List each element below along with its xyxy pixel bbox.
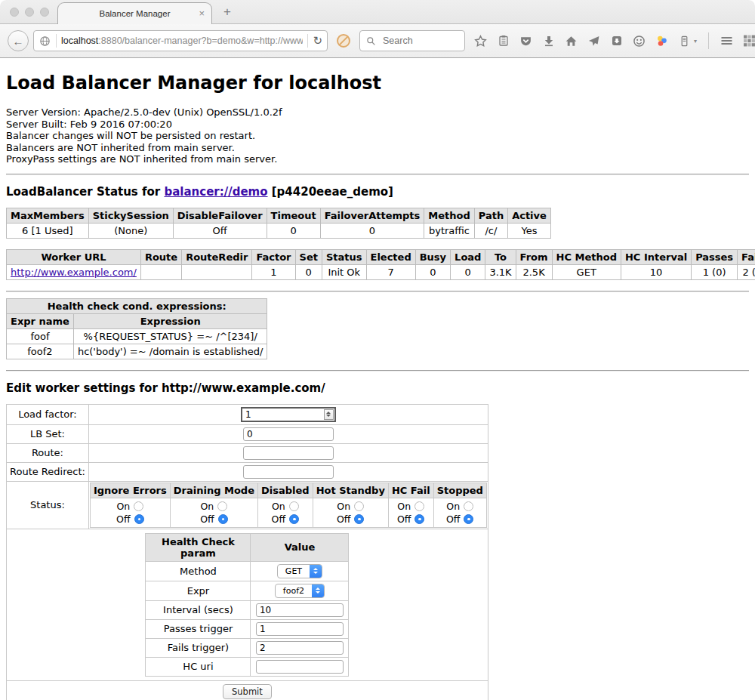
col-header: Fails — [738, 249, 755, 264]
close-window-button[interactable] — [10, 8, 19, 17]
hc-passes-input[interactable] — [256, 622, 344, 636]
load-factor-stepper[interactable]: 1 — [241, 407, 336, 422]
col-header: HC Interval — [621, 249, 691, 264]
cell-to: 3.1K — [485, 264, 516, 279]
chat-smiley-icon[interactable] — [633, 35, 646, 48]
balancer-heading-prefix: LoadBalancer Status for — [6, 185, 164, 199]
balancer-demo-link[interactable]: balancer://demo — [164, 185, 267, 199]
hc-fail-on-radio[interactable] — [414, 501, 424, 511]
status-cell-hot-standby: On Off — [313, 498, 388, 527]
tab-close-icon[interactable]: × — [199, 8, 205, 19]
radio-off-label: Off — [446, 513, 460, 525]
lb-set-cell — [88, 424, 488, 443]
route-redirect-input[interactable] — [243, 465, 334, 479]
disabled-off-radio[interactable] — [289, 514, 299, 524]
radio-off-label: Off — [272, 513, 285, 525]
pocket-icon[interactable] — [519, 35, 532, 48]
device-sync-icon[interactable] — [678, 35, 691, 48]
reload-icon[interactable]: ↻ — [313, 34, 322, 48]
cell-method: bytraffic — [424, 223, 474, 238]
hc-row-uri: HC uri — [146, 657, 349, 676]
extension-colordots-icon[interactable] — [655, 35, 668, 48]
submit-button[interactable]: Submit — [223, 684, 272, 699]
hc-interval-input[interactable] — [256, 603, 344, 617]
divider — [6, 291, 749, 292]
status-header-row: Ignore Errors Draining Mode Disabled Hot… — [90, 483, 486, 498]
search-input[interactable] — [381, 35, 457, 47]
stopped-off-radio[interactable] — [464, 514, 473, 524]
col-header: FailoverAttempts — [320, 208, 424, 223]
ignore-errors-on-radio[interactable] — [134, 501, 143, 511]
route-input[interactable] — [243, 446, 334, 460]
cell-failoverattempts: 0 — [320, 223, 424, 238]
hc-row-expr: Expr foof2 — [146, 581, 349, 600]
hc-fails-cell — [251, 638, 349, 657]
number-spinner-icon[interactable] — [324, 409, 334, 420]
radio-on-label: On — [397, 501, 411, 512]
minimize-window-button[interactable] — [25, 8, 34, 17]
search-bar[interactable] — [359, 30, 465, 51]
load-factor-label: Load factor: — [7, 404, 89, 424]
cell-hc-interval: 10 — [621, 264, 691, 279]
stopped-on-radio[interactable] — [464, 501, 473, 511]
home-icon[interactable] — [565, 35, 578, 48]
worker-url-link[interactable]: http://www.example.com/ — [11, 267, 137, 278]
divider — [6, 174, 749, 175]
reading-list-icon[interactable] — [497, 35, 510, 48]
form-row-lb-set: LB Set: — [7, 424, 488, 443]
route-redirect-label: Route Redirect: — [7, 462, 89, 481]
cell-from: 2.5K — [516, 264, 552, 279]
browser-window: Balancer Manager × + ← localhost:8880/ba… — [0, 0, 755, 700]
col-header: Factor — [252, 249, 295, 264]
cell-factor: 1 — [252, 264, 295, 279]
url-text[interactable]: localhost:8880/balancer-manager?b=demo&w… — [61, 35, 303, 46]
lb-set-input[interactable] — [243, 427, 334, 441]
col-header: Stopped — [433, 483, 486, 498]
cell-active: Yes — [508, 223, 551, 238]
select-stepper-icon — [312, 584, 324, 598]
col-header: Disabled — [257, 483, 313, 498]
menu-hamburger-icon[interactable] — [720, 35, 733, 48]
bookmark-star-icon[interactable] — [474, 35, 487, 48]
hc-expr-select[interactable]: foof2 — [275, 584, 325, 598]
hc-row-passes: Passes trigger — [146, 619, 349, 638]
zoom-window-button[interactable] — [40, 8, 49, 17]
tile-grid-icon[interactable] — [743, 35, 755, 48]
new-tab-button[interactable]: + — [223, 5, 231, 20]
downloads-icon[interactable] — [542, 35, 555, 48]
table-title-row: Health check cond. expressions: — [7, 298, 267, 313]
hc-expr-title: Health check cond. expressions: — [7, 298, 267, 313]
col-header: Elected — [366, 249, 415, 264]
cell-status: Init Ok — [322, 264, 366, 279]
col-header: Expr name — [7, 313, 74, 328]
lb-set-label: LB Set: — [7, 424, 89, 443]
hc-uri-input[interactable] — [256, 660, 344, 674]
url-bar[interactable]: localhost:8880/balancer-manager?b=demo&w… — [33, 30, 328, 51]
col-header: Set — [295, 249, 322, 264]
url-path: :8880/balancer-manager?b=demo&w=http://w… — [98, 35, 303, 46]
draining-mode-off-radio[interactable] — [218, 514, 228, 524]
hc-fails-input[interactable] — [256, 641, 344, 655]
hc-fail-off-radio[interactable] — [414, 514, 424, 524]
hc-params-cell: Health Check param Value Method GET — [7, 529, 488, 680]
hot-standby-on-radio[interactable] — [354, 501, 364, 511]
ignore-errors-off-radio[interactable] — [134, 514, 144, 524]
hc-method-select[interactable]: GET — [277, 564, 322, 578]
content-blocked-icon[interactable] — [337, 34, 350, 48]
draining-mode-on-radio[interactable] — [217, 501, 227, 511]
back-button[interactable]: ← — [8, 30, 29, 51]
hot-standby-off-radio[interactable] — [354, 514, 364, 524]
table-header-row: Expr name Expression — [7, 313, 267, 328]
hc-row-method: Method GET — [146, 561, 349, 581]
save-to-device-icon[interactable] — [610, 35, 623, 48]
status-cell-disabled: On Off — [257, 498, 313, 527]
col-header: Expression — [73, 313, 267, 328]
navigation-toolbar: ← localhost:8880/balancer-manager?b=demo… — [0, 24, 755, 58]
disabled-on-radio[interactable] — [289, 501, 299, 511]
chevron-down-icon[interactable]: ▾ — [694, 38, 697, 45]
tab-balancer-manager[interactable]: Balancer Manager × — [57, 2, 212, 24]
balancer-heading-suffix: [p4420eeae_demo] — [268, 185, 393, 199]
edit-worker-heading: Edit worker settings for http://www.exam… — [6, 381, 749, 395]
hc-uri-cell — [251, 657, 349, 676]
send-tab-icon[interactable] — [587, 35, 600, 48]
